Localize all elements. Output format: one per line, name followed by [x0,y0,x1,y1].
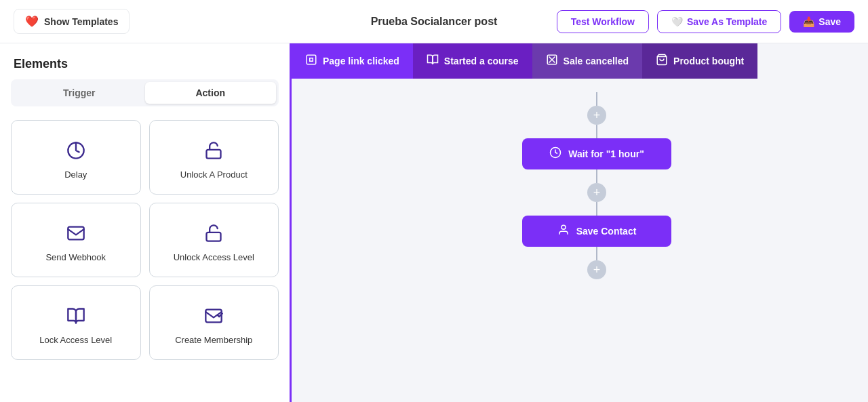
header: ❤️ Show Templates Prueba Socialancer pos… [0,0,868,43]
wait-node[interactable]: Wait for "1 hour" [522,138,671,169]
wait-node-label: Wait for "1 hour" [568,148,644,159]
element-create-membership[interactable]: Create Membership [149,285,279,360]
main-layout: Elements Trigger Action Delay [0,43,868,402]
tab-trigger[interactable]: Trigger [14,82,145,104]
trigger-page-link-label: Page link clicked [323,56,399,66]
connector-line-4 [596,247,597,260]
send-webhook-icon [66,224,85,245]
create-membership-icon [204,306,223,328]
canvas[interactable]: Page link clicked Started a course Sale … [292,43,868,402]
element-send-webhook[interactable]: Send Webhook [11,203,141,277]
trigger-product-bought[interactable]: Product bought [642,43,757,79]
sidebar-heading: Elements [0,43,290,79]
lock-access-icon [66,306,85,328]
trigger-sale-cancelled[interactable]: Sale cancelled [532,43,643,79]
trigger-product-bought-label: Product bought [673,56,744,66]
trigger-started-course-label: Started a course [444,56,519,66]
show-templates-label: Show Templates [44,16,118,27]
wait-icon [549,146,561,161]
element-lock-access[interactable]: Lock Access Level [11,285,141,360]
connector-line-3 [596,202,597,216]
test-workflow-label: Test Workflow [571,16,635,27]
page-link-icon [305,54,317,68]
save-contact-icon [557,224,570,239]
save-icon: 📥 [803,16,814,27]
save-as-template-label: Save As Template [687,16,767,27]
element-unlock-product[interactable]: Unlock A Product [149,120,279,195]
connector-line-2 [596,169,597,183]
connector-line-top [596,92,597,106]
connector-line-1 [596,125,597,138]
tab-switcher: Trigger Action [11,79,279,106]
sidebar: Elements Trigger Action Delay [0,43,292,402]
started-course-icon [427,54,439,68]
elements-grid: Delay Unlock A Product [0,117,290,371]
trigger-bar: Page link clicked Started a course Sale … [292,43,868,79]
save-as-template-button[interactable]: 🤍 Save As Template [657,10,781,33]
add-node-button-bottom[interactable]: + [587,260,606,279]
save-contact-label: Save Contact [576,226,637,237]
element-unlock-access[interactable]: Unlock Access Level [149,203,279,277]
canvas-inner: Page link clicked Started a course Sale … [292,43,868,402]
product-bought-icon [656,54,668,68]
element-delay[interactable]: Delay [11,120,141,195]
trigger-page-link[interactable]: Page link clicked [292,43,413,79]
test-workflow-button[interactable]: Test Workflow [557,10,649,33]
heart-outline-icon: 🤍 [671,16,683,27]
svg-rect-5 [307,55,316,64]
unlock-access-icon [204,224,223,245]
unlock-access-label: Unlock Access Level [174,252,254,262]
svg-rect-3 [207,232,221,241]
svg-rect-2 [68,226,83,239]
page-title: Prueba Socialancer post [371,16,498,28]
header-right: Test Workflow 🤍 Save As Template 📥 Save [557,10,854,33]
trigger-started-course[interactable]: Started a course [413,43,532,79]
heart-icon: ❤️ [25,15,39,28]
sale-cancelled-icon [546,54,558,68]
header-left: ❤️ Show Templates [14,9,130,34]
unlock-product-label: Unlock A Product [180,169,248,180]
save-button[interactable]: 📥 Save [789,11,854,33]
save-label: Save [818,16,841,27]
delay-icon [66,141,85,163]
create-membership-label: Create Membership [175,335,252,345]
show-templates-button[interactable]: ❤️ Show Templates [14,9,130,34]
delay-label: Delay [64,169,87,180]
lock-access-label: Lock Access Level [39,335,112,345]
save-contact-node[interactable]: Save Contact [522,216,671,247]
send-webhook-label: Send Webhook [45,252,106,262]
add-node-button-top[interactable]: + [587,106,606,125]
trigger-sale-cancelled-label: Sale cancelled [564,56,629,66]
svg-point-11 [561,225,566,229]
add-node-button-middle[interactable]: + [587,183,606,202]
svg-rect-1 [207,149,221,158]
tab-action[interactable]: Action [145,82,277,104]
unlock-product-icon [204,141,223,163]
